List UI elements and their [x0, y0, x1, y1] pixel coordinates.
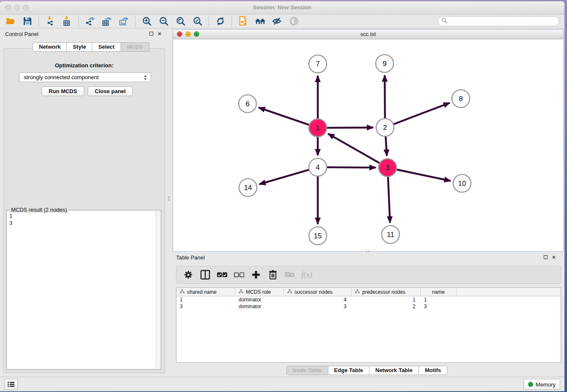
columns-icon[interactable] — [200, 270, 210, 280]
edge-2-3[interactable] — [385, 137, 387, 156]
tab-network-table[interactable]: Network Table — [369, 366, 419, 375]
zoom-fit-icon[interactable] — [175, 16, 186, 27]
select-all-icon[interactable] — [217, 270, 227, 280]
control-panel: Control Panel ✕ NetworkStyleSelectMCDS O… — [2, 29, 167, 374]
zoom-in-icon[interactable] — [141, 16, 152, 27]
node-label: 11 — [387, 231, 394, 239]
close-panel-button[interactable]: Close panel — [88, 86, 133, 96]
edge-3-10[interactable] — [397, 170, 451, 181]
style-visibility-icon[interactable] — [272, 16, 283, 27]
memory-button[interactable]: Memory — [523, 379, 560, 390]
cell-shared-name[interactable]: 3 — [176, 304, 235, 309]
dropdown-stepper-icon: ▲▼ — [143, 74, 147, 81]
criterion-dropdown[interactable]: strongly connected component ▲▼ — [19, 72, 151, 82]
cell-successor-nodes[interactable]: 3 — [284, 304, 352, 309]
task-history-button[interactable] — [4, 379, 18, 390]
node-14[interactable]: 14 — [239, 179, 257, 196]
edge-1-6[interactable] — [259, 108, 309, 125]
cell-predecessor-nodes[interactable]: 1 — [352, 297, 421, 303]
edge-4-14[interactable] — [259, 170, 309, 184]
zoom-selected-icon[interactable] — [192, 16, 203, 27]
edge-2-9[interactable] — [385, 75, 385, 118]
edge-2-8[interactable] — [394, 103, 450, 124]
edge-1-2[interactable] — [327, 127, 373, 128]
column-header-MCDS-role[interactable]: MCDS role — [235, 288, 284, 296]
node-6[interactable]: 6 — [239, 95, 256, 113]
edge-4-3[interactable] — [327, 167, 376, 168]
close-panel-icon[interactable]: ✕ — [157, 31, 162, 37]
fx-icon: f(x) — [301, 270, 312, 279]
node-15[interactable]: 15 — [309, 227, 327, 245]
search-box[interactable] — [438, 16, 559, 26]
cell-MCDS-role[interactable]: dominator — [235, 297, 284, 303]
export-image-icon[interactable] — [118, 16, 129, 27]
gear-icon[interactable] — [183, 270, 193, 280]
node-label: 14 — [244, 184, 252, 192]
add-column-icon[interactable] — [251, 270, 261, 280]
cell-predecessor-nodes[interactable]: 2 — [352, 304, 421, 309]
network-window-titlebar[interactable]: ✕ − + scc.txt — [173, 30, 563, 39]
refresh-layout-icon[interactable] — [215, 16, 226, 27]
cell-MCDS-role[interactable]: dominator — [235, 304, 284, 309]
result-scrollbar[interactable] — [155, 211, 160, 369]
table-row-2[interactable]: 3dominator323 — [176, 303, 561, 310]
node-label: 6 — [245, 100, 249, 108]
table-row-1[interactable]: 1dominator411 — [176, 296, 561, 303]
table-float-icon[interactable] — [544, 255, 548, 259]
column-header-successor-nodes[interactable]: successor nodes — [284, 288, 352, 296]
control-panel-tabs: NetworkStyleSelectMCDS — [33, 42, 149, 52]
column-header-shared-name[interactable]: shared name — [176, 288, 235, 296]
column-header-name[interactable]: name — [421, 288, 457, 296]
cell-successor-nodes[interactable]: 4 — [284, 297, 352, 303]
function-builder-icon[interactable]: f(x) — [302, 270, 312, 280]
unselect-all-icon[interactable] — [234, 270, 244, 280]
node-3[interactable]: 3 — [379, 159, 396, 177]
mcds-result-text[interactable]: 1 3 — [9, 212, 161, 226]
node-label: 2 — [383, 124, 387, 132]
delete-table-icon[interactable] — [285, 270, 295, 280]
tab-node-table[interactable]: Node Table — [286, 366, 328, 375]
node-2[interactable]: 2 — [376, 119, 394, 136]
vertical-splitter-handle[interactable] — [168, 194, 170, 203]
node-1[interactable]: 1 — [309, 119, 327, 137]
toolbar-group — [5, 16, 39, 27]
node-9[interactable]: 9 — [376, 55, 394, 72]
tab-motifs[interactable]: Motifs — [419, 366, 447, 375]
import-network-icon[interactable] — [45, 16, 56, 27]
table-close-icon[interactable]: ✕ — [552, 254, 556, 260]
show-hide-icon[interactable] — [289, 16, 300, 27]
tab-style[interactable]: Style — [67, 42, 92, 52]
edge-3-11[interactable] — [388, 177, 390, 223]
column-header-predecessor-nodes[interactable]: predecessor nodes — [352, 288, 421, 296]
save-session-icon[interactable] — [22, 16, 33, 27]
home-icon[interactable] — [255, 16, 266, 27]
tab-network[interactable]: Network — [33, 42, 67, 52]
edge-3-1[interactable] — [328, 134, 380, 163]
open-session-icon[interactable] — [5, 16, 16, 27]
node-label: 3 — [385, 164, 389, 172]
optimization-criterion-label: Optimization criterion: — [4, 62, 165, 69]
tab-mcds[interactable]: MCDS — [121, 42, 149, 52]
search-input[interactable] — [447, 17, 559, 25]
node-4[interactable]: 4 — [309, 158, 327, 176]
clone-network-icon[interactable] — [238, 16, 249, 27]
node-8[interactable]: 8 — [452, 90, 470, 108]
node-7[interactable]: 7 — [309, 55, 327, 73]
float-panel-icon[interactable] — [149, 32, 153, 36]
run-mcds-button[interactable]: Run MCDS — [41, 86, 84, 96]
import-table-icon[interactable] — [62, 16, 73, 27]
node-11[interactable]: 11 — [382, 226, 399, 243]
node-table-body: 1dominator4113dominator323 — [176, 296, 561, 310]
tab-select[interactable]: Select — [92, 42, 121, 52]
node-10[interactable]: 10 — [453, 174, 471, 192]
zoom-out-icon[interactable] — [158, 16, 169, 27]
delete-column-icon[interactable] — [268, 270, 278, 280]
export-network-icon[interactable] — [85, 16, 96, 27]
network-canvas[interactable]: 7968124314101511 — [173, 39, 563, 252]
cell-shared-name[interactable]: 1 — [176, 297, 235, 303]
export-table-icon[interactable] — [102, 16, 113, 27]
tab-edge-table[interactable]: Edge Table — [328, 366, 369, 375]
sort-tree-icon — [239, 289, 243, 295]
cell-name[interactable]: 1 — [421, 297, 457, 303]
cell-name[interactable]: 3 — [421, 304, 457, 309]
